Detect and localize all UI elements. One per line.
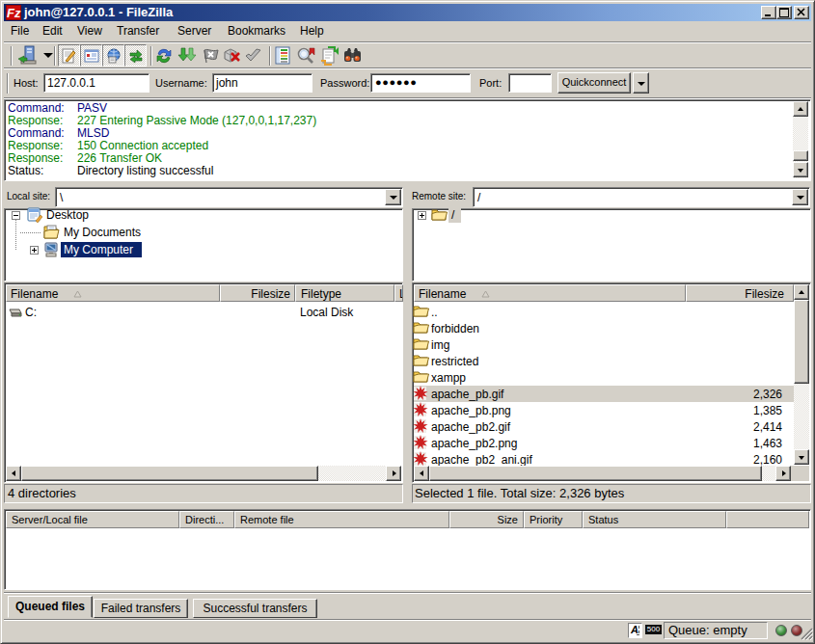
svg-text:Fz: Fz [7,6,21,20]
